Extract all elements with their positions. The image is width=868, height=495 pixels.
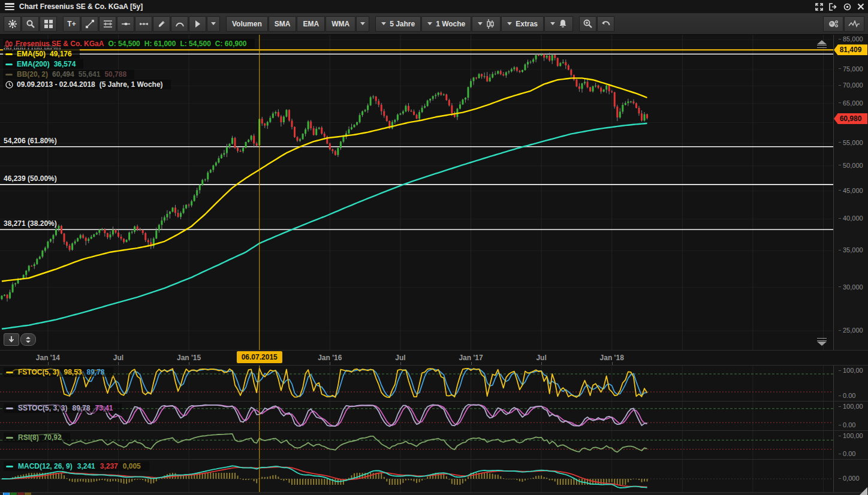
pane-chip-fstoc[interactable] [3,492,10,495]
ohlc-close: C: 60,900 [215,40,247,48]
ema200-value: 36,574 [54,60,76,68]
resize-handle[interactable] [859,487,867,495]
scroll-up-button[interactable] [814,40,830,49]
collapse-panes-button[interactable] [20,333,36,346]
sstoc-chart[interactable] [0,402,833,430]
symbol-legend-row[interactable]: Fresenius SE & Co. KGaA O: 54,500 H: 61,… [3,39,255,49]
chart-area: 85,00075,00070,00065,00055,00050,00045,0… [0,35,868,495]
pane-chip-macd[interactable] [25,492,31,495]
line-chart-button[interactable] [844,16,864,32]
pointer-tool-button[interactable] [189,16,206,32]
undo-button[interactable] [597,16,614,32]
time-axis-label: Jan '17 [459,354,483,362]
time-axis-label: Jan '18 [600,354,624,362]
pane-chip-rsi[interactable] [17,492,24,495]
pane-tab-strip [0,492,868,495]
macd-pane[interactable]: 0,000 MACD(12, 26, 9) 3,241 3,237 0,005 [0,459,868,492]
chart-type-dropdown[interactable] [472,16,501,32]
time-axis-label: Jan '14 [36,354,60,362]
macd-legend[interactable]: MACD(12, 26, 9) 3,241 3,237 0,005 [4,461,149,471]
interval-dropdown[interactable]: 1 Woche [421,16,471,32]
crosshair-date-badge: 06.07.2015 [237,351,282,363]
record-icon[interactable] [843,3,851,11]
ema-button[interactable]: EMA [297,16,325,32]
menu-icon[interactable] [5,3,14,10]
fstoc-axis-top: 100,00 [839,367,863,374]
price-tick-label: 35,000 [839,246,863,253]
ema200-label: EMA(200) [17,60,50,68]
rsi-axis[interactable]: 100,00 0.00 [833,431,868,459]
price-tick-label: 25,000 [839,327,863,334]
export-icon[interactable] [829,3,837,11]
macd-label: MACD(12, 26, 9) [18,462,73,470]
sma-button[interactable]: SMA [269,16,297,32]
rsi-pane[interactable]: 100,00 0.00 RSI(8) 70,92 [0,430,868,459]
price-tick-label: 30,000 [839,283,863,291]
fib-level-label: 46,239 (50.00%) [4,174,57,183]
horizontal-line-tool-button[interactable] [117,16,134,32]
ema50-legend-row[interactable]: EMA(50) 49,176 [3,49,80,59]
main-price-pane[interactable]: 85,00075,00070,00065,00055,00050,00045,0… [0,35,868,350]
fib-retracement-tool-button[interactable] [99,16,116,32]
move-pane-down-button[interactable] [4,333,19,346]
price-tick-label: 45,000 [839,187,863,194]
volume-button[interactable]: Volumen [226,16,268,32]
drawing-tools-dropdown[interactable] [207,16,220,32]
rsi-axis-top: 100,00 [839,432,863,439]
fib-level-label: 54,206 (61.80%) [4,137,57,145]
zoom-in-button[interactable] [579,16,596,32]
alerts-dropdown[interactable] [544,16,573,32]
bb-label: BB(20, 2) [17,70,48,79]
pane-chip-sstoc[interactable] [10,492,17,495]
rsi-chart[interactable] [0,431,833,459]
wma-button[interactable]: WMA [326,16,355,32]
price-axis[interactable]: 85,00075,00070,00065,00055,00050,00045,0… [833,35,868,350]
fib-level-label: 38,271 (38.20%) [4,219,57,228]
ema200-legend-row[interactable]: EMA(200) 36,574 [3,59,83,69]
pencil-tool-button[interactable] [153,16,170,32]
sstoc-axis[interactable]: 100,00 0.00 [833,402,868,430]
extras-dropdown[interactable]: Extras [501,16,544,32]
expand-icon[interactable] [815,3,823,11]
grid-compare-button[interactable] [40,16,57,32]
range-dropdown[interactable]: 5 Jahre [375,16,421,32]
dotted-line-tool-button[interactable] [135,16,152,32]
time-axis-label: Jul [113,354,123,362]
rsi-label: RSI(8) [18,433,39,442]
sstoc-pane[interactable]: 100,00 0.00 SSTOC(5, 3, 3) 89,78 73,41 [0,401,868,430]
toolbar: T+ Volumen SMA EMA WMA 5 Jahre 1 Woche E… [0,13,868,35]
title-bar: Chart Fresenius SE & Co. KGaA [5y] [0,0,868,13]
gear-button[interactable] [4,16,21,32]
macd-axis-zero: 0,000 [839,475,860,482]
price-tick-label: 40,000 [839,215,863,222]
fstoc-pane[interactable]: 100,00 0.00 FSTOC(5, 3) 98,53 89,78 [0,365,868,401]
sstoc-swatch [6,408,13,409]
symbol-name: Fresenius SE & Co. KGaA [16,40,104,48]
price-tick-label: 75,000 [839,65,863,73]
rsi-legend[interactable]: RSI(8) 70,92 [4,433,70,442]
last-price-badge: 60,980 [834,113,867,124]
close-icon[interactable] [857,3,864,10]
bb-legend-row-disabled[interactable]: BB(20, 2) 60,494 55,641 50,788 [3,70,134,79]
rsi-swatch [6,437,13,439]
arc-tool-button[interactable] [171,16,188,32]
chart-settings-button[interactable] [823,16,843,32]
fstoc-legend[interactable]: FSTOC(5, 3) 98,53 89,78 [4,367,113,377]
indicators-dropdown[interactable] [356,16,369,32]
fstoc-label: FSTOC(5, 3) [18,368,59,376]
time-axis-label: Jul [395,354,405,362]
scroll-down-button[interactable] [814,338,830,346]
price-tick-label: 50,000 [839,162,863,169]
rsi-axis-bottom: 0.00 [839,450,855,457]
ath-price-badge: 81,409 [834,44,867,55]
fstoc-chart[interactable] [0,366,833,401]
text-tool-button[interactable]: T+ [63,16,80,32]
fstoc-axis-bottom: 0.00 [839,392,855,399]
search-button[interactable] [22,16,39,32]
date-range: 09.09.2013 - 02.04.2018 [17,80,95,89]
fstoc-axis[interactable]: 100,00 0.00 [833,366,868,401]
time-axis[interactable]: 06.07.2015 Jan '14JulJan '15Jan '16JulJa… [0,350,868,365]
sstoc-legend[interactable]: SSTOC(5, 3, 3) 89,78 73,41 [4,403,122,413]
trendline-tool-button[interactable] [81,16,98,32]
date-range-detail: (5 Jahre, 1 Woche) [100,80,163,89]
